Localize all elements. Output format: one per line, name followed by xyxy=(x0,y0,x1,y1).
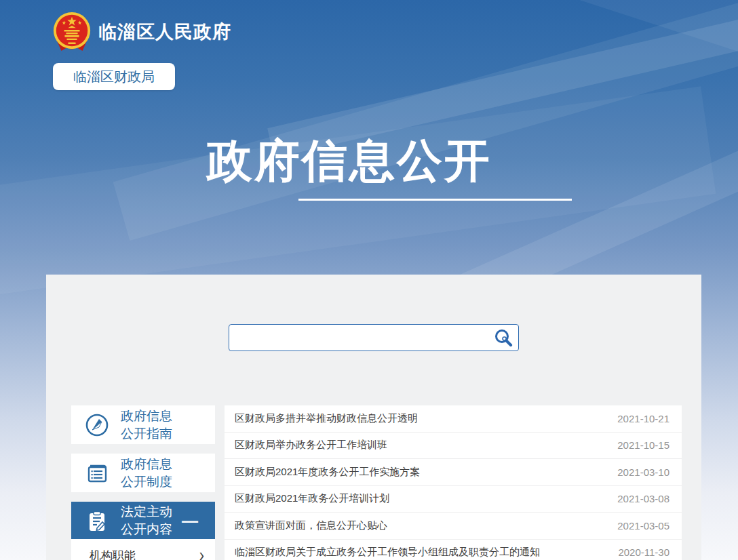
sidebar-item-label: 政府信息 公开制度 xyxy=(121,456,172,491)
search-box xyxy=(229,324,519,351)
news-date: 2021-03-05 xyxy=(604,520,669,532)
news-date: 2021-10-15 xyxy=(604,439,669,451)
sidebar-item-statutory-disclosure[interactable]: 法定主动 公开内容 — xyxy=(71,502,215,539)
news-row[interactable]: 区财政局多措并举推动财政信息公开透明 2021-10-21 xyxy=(225,405,682,433)
news-date: 2021-10-21 xyxy=(604,413,669,424)
national-emblem-icon xyxy=(51,10,93,54)
search-button[interactable] xyxy=(491,327,516,348)
news-row[interactable]: 临淄区财政局关于成立政务公开工作领导小组组成及职责分工的通知 2020-11-3… xyxy=(225,540,682,560)
news-title[interactable]: 区财政局2021年度政务公开工作实施方案 xyxy=(235,466,420,479)
label-line2: 公开内容 xyxy=(121,521,172,538)
news-row[interactable]: 政策宣讲面对面，信息公开心贴心 2021-03-05 xyxy=(225,513,682,540)
news-row[interactable]: 区财政局2021年度政务公开工作实施方案 2021-03-10 xyxy=(225,459,682,486)
page: 临淄区人民政府 临淄区财政局 政府信息公开 xyxy=(0,0,738,560)
news-row[interactable]: 区财政局2021年政务公开培训计划 2021-03-08 xyxy=(225,486,682,513)
label-line1: 法定主动 xyxy=(121,503,172,521)
sidebar: 政府信息 公开指南 xyxy=(71,405,215,560)
subitem-label: 机构职能 xyxy=(90,548,136,560)
news-list: 区财政局多措并举推动财政信息公开透明 2021-10-21 区财政局举办政务公开… xyxy=(225,405,682,560)
news-title[interactable]: 区财政局2021年政务公开培训计划 xyxy=(235,492,389,505)
search-icon xyxy=(493,327,513,348)
sidebar-subitem-agency-functions[interactable]: 机构职能 › xyxy=(71,539,215,560)
news-row[interactable]: 区财政局举办政务公开工作培训班 2021-10-15 xyxy=(225,433,682,460)
chevron-right-icon: › xyxy=(199,544,204,560)
news-title[interactable]: 区财政局举办政务公开工作培训班 xyxy=(235,439,387,452)
news-date: 2021-03-08 xyxy=(604,493,669,504)
news-title[interactable]: 政策宣讲面对面，信息公开心贴心 xyxy=(235,519,387,532)
label-line1: 政府信息 xyxy=(121,407,172,425)
book-icon xyxy=(85,460,109,486)
label-line2: 公开指南 xyxy=(121,425,172,443)
compass-icon xyxy=(85,412,109,438)
search-input[interactable] xyxy=(229,325,491,351)
news-date: 2021-03-10 xyxy=(604,466,669,478)
news-title[interactable]: 临淄区财政局关于成立政务公开工作领导小组组成及职责分工的通知 xyxy=(235,546,540,559)
department-tab-button[interactable]: 临淄区财政局 xyxy=(53,63,175,90)
page-title: 政府信息公开 xyxy=(0,130,699,192)
sidebar-item-disclosure-guide[interactable]: 政府信息 公开指南 xyxy=(71,405,215,444)
bg-decoration-streak xyxy=(0,86,716,306)
sidebar-item-label: 政府信息 公开指南 xyxy=(121,407,172,443)
site-logo[interactable]: 临淄区人民政府 xyxy=(51,10,231,54)
label-line1: 政府信息 xyxy=(121,456,172,473)
label-line2: 公开制度 xyxy=(121,473,172,491)
sidebar-item-label: 法定主动 公开内容 xyxy=(121,503,172,538)
news-date: 2020-11-30 xyxy=(604,546,669,558)
news-title[interactable]: 区财政局多措并举推动财政信息公开透明 xyxy=(235,412,418,425)
content-panel: 政府信息 公开指南 xyxy=(46,275,701,560)
clipboard-pencil-icon xyxy=(85,508,109,534)
collapse-minus-icon[interactable]: — xyxy=(182,511,198,530)
site-name: 临淄区人民政府 xyxy=(98,20,231,44)
sidebar-item-disclosure-system[interactable]: 政府信息 公开制度 xyxy=(71,454,215,492)
title-underline xyxy=(298,199,572,201)
